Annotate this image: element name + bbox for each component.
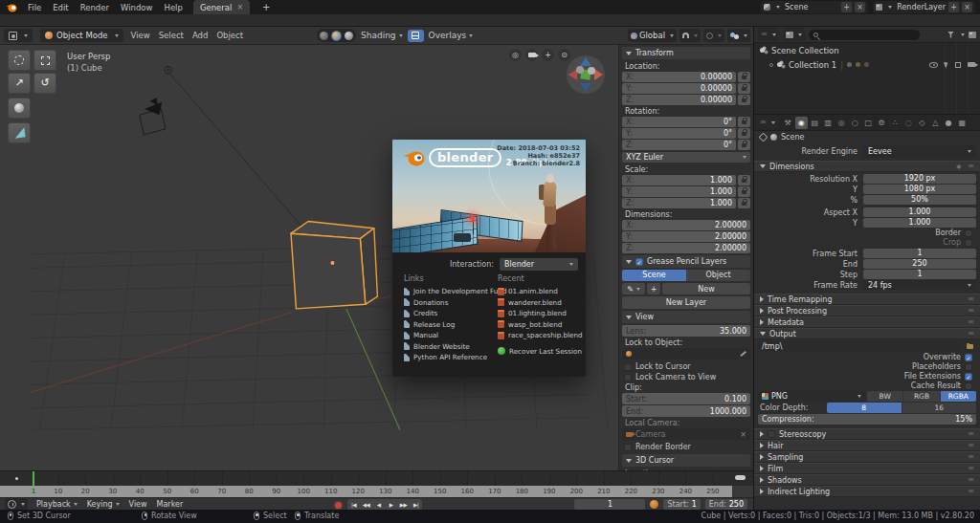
solid-shading-button[interactable] — [320, 32, 328, 40]
viewport-menu-select[interactable]: Select — [159, 31, 184, 40]
auto-keyframe-record-button[interactable] — [333, 500, 344, 511]
check-row-overwrite[interactable]: Overwrite✓ — [758, 353, 972, 361]
outliner-row-scene-collection[interactable]: Scene Collection — [754, 43, 980, 57]
object-data-icon[interactable]: △ — [929, 117, 942, 129]
camera-view-button[interactable] — [525, 49, 538, 61]
render-icon[interactable]: ◉ — [795, 117, 808, 129]
splash-link-credits[interactable]: Credits — [404, 308, 498, 319]
lock-button[interactable] — [738, 140, 750, 150]
axis-value-field[interactable]: Z:0° — [622, 140, 736, 150]
segment-8[interactable]: 8 — [827, 403, 902, 413]
clip-end-slider[interactable]: End:1000.000 — [622, 405, 750, 417]
checkbox[interactable] — [965, 363, 972, 371]
segment-rgb[interactable]: RGB — [903, 391, 940, 402]
axis-value-field[interactable]: X:1.000 — [622, 175, 736, 185]
segment-16[interactable]: 16 — [902, 403, 977, 413]
new-scene-button[interactable]: + — [841, 2, 852, 12]
property-value-field[interactable]: 1.000 — [863, 218, 976, 228]
navigation-axis-gizmo[interactable] — [565, 54, 607, 96]
gizmos-dropdown[interactable] — [727, 29, 750, 42]
outliner-row-collection-1[interactable]: Collection 1 | — [754, 57, 980, 72]
snap-toggle-button[interactable] — [679, 29, 701, 42]
splash-link-python-api-reference[interactable]: Python API Reference — [404, 352, 498, 363]
checkbox[interactable] — [965, 229, 972, 237]
selected-cube[interactable] — [291, 222, 377, 309]
lock-button[interactable] — [738, 83, 750, 94]
timeline-menu-view[interactable]: View — [129, 500, 147, 509]
output-path-field[interactable]: /tmp\ — [758, 341, 962, 352]
timeline-ruler[interactable]: 1020304050607080901001101201301401501601… — [0, 486, 753, 497]
gp-new-button[interactable]: New — [662, 283, 750, 294]
panel-view[interactable]: View — [622, 311, 750, 323]
checkbox[interactable]: ✓ — [965, 354, 972, 361]
eyedropper-icon[interactable] — [740, 351, 746, 357]
lock-button[interactable] — [738, 128, 750, 139]
check-row-cache-result[interactable]: Cache Result — [758, 381, 972, 390]
overlays-toggle-button[interactable] — [408, 30, 424, 42]
editor-type-selector[interactable]: ≡ — [757, 116, 778, 129]
annotate-tool-button[interactable] — [8, 98, 31, 119]
timeline-menu-marker[interactable]: Marker — [157, 500, 184, 509]
panel-indirect-lighting[interactable]: Indirect Lighting≡ — [754, 486, 980, 497]
outliner-filter-dropdown[interactable]: ≡ — [758, 28, 779, 41]
property-value-field[interactable]: 50% — [863, 195, 976, 205]
checkbox[interactable] — [965, 382, 972, 390]
splash-link-donations[interactable]: Donations — [404, 297, 498, 309]
scene-selector[interactable]: Scene + × — [761, 1, 868, 13]
delete-scene-button[interactable]: × — [855, 2, 865, 12]
render-engine-dropdown[interactable]: Eevee — [863, 145, 976, 158]
frame-rate-dropdown[interactable]: 24 fps — [863, 280, 976, 290]
viewport-menu-object[interactable]: Object — [216, 31, 243, 40]
lens-slider[interactable]: Lens:35.000 — [622, 325, 750, 337]
panel-shadows[interactable]: Shadows≡ — [754, 474, 980, 486]
panel-hair[interactable]: Hair≡ — [754, 440, 980, 451]
panel-time-remapping[interactable]: Time Remapping≡ — [754, 294, 980, 305]
check-row-crop[interactable]: Crop — [758, 238, 972, 247]
axis-value-field[interactable]: X:2.00000 — [622, 220, 750, 230]
panel-3d-cursor[interactable]: 3D Cursor — [622, 454, 750, 467]
axis-value-field[interactable]: Z:2.00000 — [622, 243, 750, 253]
disclosure-icon[interactable] — [769, 63, 773, 67]
view-layer-selector[interactable]: RenderLayer + × — [873, 1, 975, 13]
add-workspace-button[interactable]: + — [262, 2, 270, 12]
timeline-menu-keying[interactable]: Keying — [87, 500, 120, 509]
panel-transform[interactable]: Transform — [622, 47, 750, 59]
keying-set-icon[interactable] — [650, 500, 658, 509]
local-camera-field[interactable]: Camera× — [622, 428, 750, 440]
rotation-mode-dropdown[interactable]: XYZ Euler — [622, 152, 750, 163]
lock-object-field[interactable] — [622, 348, 750, 360]
tool-icon[interactable]: ⚒ — [782, 117, 794, 129]
axis-value-field[interactable]: Y:0° — [622, 128, 736, 139]
property-value-field[interactable]: 250 — [863, 259, 976, 269]
pin-icon[interactable] — [759, 133, 768, 142]
panel-menu-icon[interactable]: ≡ — [968, 330, 974, 338]
gp-add-button[interactable]: + — [647, 283, 660, 294]
camera-object[interactable] — [140, 98, 166, 135]
gp-tab-scene[interactable]: Scene — [622, 270, 686, 281]
checkbox[interactable] — [965, 239, 972, 247]
splash-link-join-the-development-fund[interactable]: Join the Development Fund — [404, 286, 498, 297]
object-icon[interactable]: □ — [862, 117, 875, 129]
axis-value-field[interactable]: Y:2.00000 — [622, 231, 750, 242]
panel-stereoscopy[interactable]: Stereoscopy≡ — [754, 428, 980, 440]
modifiers-icon[interactable]: ⚙ — [876, 117, 888, 129]
lock-button[interactable] — [738, 175, 750, 185]
lock-button[interactable] — [738, 95, 750, 105]
viewport-visibility-icon[interactable] — [955, 62, 961, 68]
panel-grease-pencil-layers[interactable]: ✓ Grease Pencil Layers — [622, 255, 750, 268]
recent-file-race-spaceship-blend[interactable]: race_spaceship.blend — [498, 330, 584, 341]
pan-view-button[interactable]: + — [542, 49, 554, 61]
menu-edit[interactable]: Edit — [53, 3, 68, 12]
particles-icon[interactable]: ∴ — [889, 117, 902, 129]
axis-value-field[interactable]: Z:1.000 — [622, 198, 736, 208]
segment-bw[interactable]: BW — [867, 391, 903, 402]
mode-dropdown[interactable]: Object Mode — [40, 29, 123, 42]
property-value-field[interactable]: 1920 px — [863, 174, 976, 184]
timeline-frames-area[interactable] — [0, 471, 753, 486]
checkbox[interactable]: ✓ — [965, 373, 972, 381]
check-row-file-extensions[interactable]: File Extensions✓ — [758, 372, 972, 381]
axis-value-field[interactable]: Y:1.000 — [622, 186, 736, 197]
constraints-icon[interactable]: ◇ — [916, 117, 928, 129]
physics-icon[interactable]: ◌ — [902, 117, 915, 129]
editor-type-selector[interactable] — [4, 29, 33, 42]
